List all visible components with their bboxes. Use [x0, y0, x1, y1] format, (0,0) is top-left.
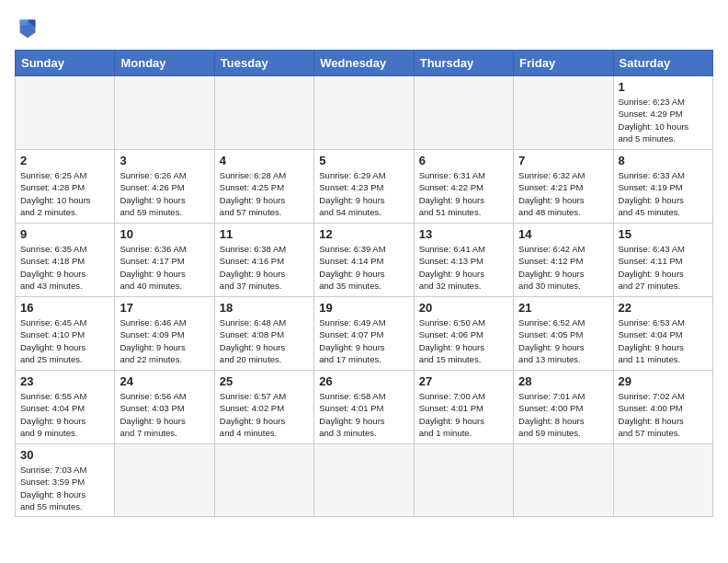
calendar-cell — [314, 76, 414, 150]
day-info: Sunrise: 6:43 AM Sunset: 4:11 PM Dayligh… — [619, 243, 708, 292]
calendar-cell: 29Sunrise: 7:02 AM Sunset: 4:00 PM Dayli… — [613, 371, 712, 444]
calendar-cell: 9Sunrise: 6:35 AM Sunset: 4:18 PM Daylig… — [16, 224, 115, 297]
day-number: 28 — [518, 374, 608, 388]
svg-rect-2 — [20, 20, 28, 26]
page-header — [15, 15, 713, 40]
day-number: 5 — [319, 154, 408, 167]
calendar-week-row: 30Sunrise: 7:03 AM Sunset: 3:59 PM Dayli… — [16, 444, 713, 517]
day-number: 27 — [419, 374, 508, 388]
day-number: 4 — [220, 154, 309, 167]
day-info: Sunrise: 6:48 AM Sunset: 4:08 PM Dayligh… — [220, 316, 309, 365]
day-number: 2 — [20, 154, 109, 167]
calendar-cell: 8Sunrise: 6:33 AM Sunset: 4:19 PM Daylig… — [613, 150, 712, 224]
day-number: 17 — [119, 301, 209, 315]
day-info: Sunrise: 6:57 AM Sunset: 4:02 PM Dayligh… — [220, 390, 309, 439]
day-info: Sunrise: 6:53 AM Sunset: 4:04 PM Dayligh… — [619, 316, 708, 365]
day-number: 19 — [319, 301, 408, 315]
calendar-cell: 22Sunrise: 6:53 AM Sunset: 4:04 PM Dayli… — [613, 297, 712, 371]
day-info: Sunrise: 6:38 AM Sunset: 4:16 PM Dayligh… — [220, 243, 309, 292]
calendar-cell: 19Sunrise: 6:49 AM Sunset: 4:07 PM Dayli… — [314, 297, 414, 371]
calendar-cell: 11Sunrise: 6:38 AM Sunset: 4:16 PM Dayli… — [214, 224, 313, 297]
day-number: 7 — [518, 154, 608, 167]
day-number: 18 — [220, 301, 309, 315]
day-number: 10 — [119, 227, 209, 241]
weekday-header-row: SundayMondayTuesdayWednesdayThursdayFrid… — [16, 51, 713, 76]
calendar-cell: 17Sunrise: 6:46 AM Sunset: 4:09 PM Dayli… — [115, 297, 214, 371]
weekday-header-saturday: Saturday — [613, 51, 712, 76]
calendar-cell: 23Sunrise: 6:55 AM Sunset: 4:04 PM Dayli… — [16, 371, 115, 444]
day-info: Sunrise: 6:23 AM Sunset: 4:29 PM Dayligh… — [619, 96, 708, 144]
weekday-header-friday: Friday — [514, 51, 613, 76]
day-info: Sunrise: 6:35 AM Sunset: 4:18 PM Dayligh… — [20, 243, 109, 292]
weekday-header-thursday: Thursday — [414, 51, 513, 76]
calendar-cell: 14Sunrise: 6:42 AM Sunset: 4:12 PM Dayli… — [514, 224, 613, 297]
logo-icon — [15, 15, 40, 40]
calendar-cell: 12Sunrise: 6:39 AM Sunset: 4:14 PM Dayli… — [314, 224, 414, 297]
day-number: 6 — [419, 154, 508, 167]
day-info: Sunrise: 6:32 AM Sunset: 4:21 PM Dayligh… — [518, 169, 608, 218]
calendar-week-row: 1Sunrise: 6:23 AM Sunset: 4:29 PM Daylig… — [16, 76, 713, 150]
calendar-week-row: 16Sunrise: 6:45 AM Sunset: 4:10 PM Dayli… — [16, 297, 713, 371]
day-info: Sunrise: 6:46 AM Sunset: 4:09 PM Dayligh… — [119, 316, 209, 365]
day-number: 9 — [20, 227, 109, 241]
day-info: Sunrise: 6:45 AM Sunset: 4:10 PM Dayligh… — [20, 316, 109, 365]
day-number: 14 — [518, 227, 608, 241]
weekday-header-sunday: Sunday — [16, 51, 115, 76]
calendar-cell: 26Sunrise: 6:58 AM Sunset: 4:01 PM Dayli… — [314, 371, 414, 444]
day-number: 12 — [319, 227, 408, 241]
day-number: 13 — [419, 227, 508, 241]
weekday-header-tuesday: Tuesday — [214, 51, 313, 76]
calendar-cell — [414, 444, 513, 517]
logo — [15, 15, 44, 40]
day-info: Sunrise: 6:52 AM Sunset: 4:05 PM Dayligh… — [518, 316, 608, 365]
day-info: Sunrise: 6:25 AM Sunset: 4:28 PM Dayligh… — [20, 169, 109, 218]
day-number: 3 — [119, 154, 209, 167]
day-info: Sunrise: 6:49 AM Sunset: 4:07 PM Dayligh… — [319, 316, 408, 365]
day-number: 29 — [619, 374, 708, 388]
calendar-cell: 28Sunrise: 7:01 AM Sunset: 4:00 PM Dayli… — [514, 371, 613, 444]
calendar-cell: 4Sunrise: 6:28 AM Sunset: 4:25 PM Daylig… — [214, 150, 313, 224]
day-number: 8 — [619, 154, 708, 167]
calendar-cell: 20Sunrise: 6:50 AM Sunset: 4:06 PM Dayli… — [414, 297, 513, 371]
calendar-week-row: 23Sunrise: 6:55 AM Sunset: 4:04 PM Dayli… — [16, 371, 713, 444]
calendar-cell: 25Sunrise: 6:57 AM Sunset: 4:02 PM Dayli… — [214, 371, 313, 444]
calendar-cell — [214, 76, 313, 150]
calendar-table: SundayMondayTuesdayWednesdayThursdayFrid… — [15, 50, 713, 517]
day-info: Sunrise: 6:26 AM Sunset: 4:26 PM Dayligh… — [119, 169, 209, 218]
calendar-cell — [514, 76, 613, 150]
day-number: 1 — [619, 80, 708, 94]
day-number: 15 — [619, 227, 708, 241]
weekday-header-wednesday: Wednesday — [314, 51, 414, 76]
day-number: 24 — [119, 374, 209, 388]
day-number: 16 — [20, 301, 109, 315]
day-info: Sunrise: 6:42 AM Sunset: 4:12 PM Dayligh… — [518, 243, 608, 292]
calendar-cell — [414, 76, 513, 150]
calendar-cell — [514, 444, 613, 517]
day-info: Sunrise: 7:01 AM Sunset: 4:00 PM Dayligh… — [518, 390, 608, 439]
day-number: 22 — [619, 301, 708, 315]
calendar-cell: 6Sunrise: 6:31 AM Sunset: 4:22 PM Daylig… — [414, 150, 513, 224]
day-number: 26 — [319, 374, 408, 388]
calendar-cell — [115, 444, 214, 517]
day-info: Sunrise: 6:28 AM Sunset: 4:25 PM Dayligh… — [220, 169, 309, 218]
day-info: Sunrise: 7:00 AM Sunset: 4:01 PM Dayligh… — [419, 390, 508, 439]
calendar-cell: 24Sunrise: 6:56 AM Sunset: 4:03 PM Dayli… — [115, 371, 214, 444]
day-info: Sunrise: 6:36 AM Sunset: 4:17 PM Dayligh… — [119, 243, 209, 292]
day-info: Sunrise: 6:50 AM Sunset: 4:06 PM Dayligh… — [419, 316, 508, 365]
calendar-cell: 10Sunrise: 6:36 AM Sunset: 4:17 PM Dayli… — [115, 224, 214, 297]
day-info: Sunrise: 6:29 AM Sunset: 4:23 PM Dayligh… — [319, 169, 408, 218]
day-info: Sunrise: 6:58 AM Sunset: 4:01 PM Dayligh… — [319, 390, 408, 439]
day-info: Sunrise: 6:55 AM Sunset: 4:04 PM Dayligh… — [20, 390, 109, 439]
day-info: Sunrise: 7:02 AM Sunset: 4:00 PM Dayligh… — [619, 390, 708, 439]
calendar-cell: 5Sunrise: 6:29 AM Sunset: 4:23 PM Daylig… — [314, 150, 414, 224]
calendar-cell: 2Sunrise: 6:25 AM Sunset: 4:28 PM Daylig… — [16, 150, 115, 224]
calendar-cell: 16Sunrise: 6:45 AM Sunset: 4:10 PM Dayli… — [16, 297, 115, 371]
day-number: 23 — [20, 374, 109, 388]
calendar-cell — [115, 76, 214, 150]
day-info: Sunrise: 7:03 AM Sunset: 3:59 PM Dayligh… — [20, 464, 109, 512]
day-info: Sunrise: 6:41 AM Sunset: 4:13 PM Dayligh… — [419, 243, 508, 292]
day-info: Sunrise: 6:56 AM Sunset: 4:03 PM Dayligh… — [119, 390, 209, 439]
day-info: Sunrise: 6:39 AM Sunset: 4:14 PM Dayligh… — [319, 243, 408, 292]
calendar-cell: 15Sunrise: 6:43 AM Sunset: 4:11 PM Dayli… — [613, 224, 712, 297]
calendar-week-row: 2Sunrise: 6:25 AM Sunset: 4:28 PM Daylig… — [16, 150, 713, 224]
